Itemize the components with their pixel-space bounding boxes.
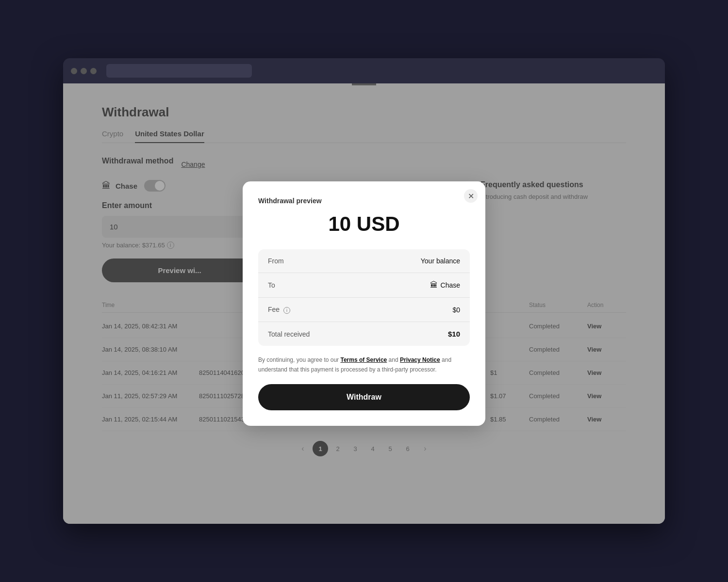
browser-toolbar xyxy=(63,58,665,83)
to-label: To xyxy=(268,281,275,289)
from-label: From xyxy=(268,257,284,265)
modal-details: From Your balance To 🏛 Chase Fee i xyxy=(258,249,470,346)
from-value: Your balance xyxy=(421,257,460,265)
withdraw-button[interactable]: Withdraw xyxy=(258,384,470,410)
browser-dot-green xyxy=(90,68,97,74)
privacy-notice-link[interactable]: Privacy Notice xyxy=(400,356,440,363)
detail-row-from: From Your balance xyxy=(258,249,470,273)
modal-close-button[interactable]: ✕ xyxy=(464,189,478,203)
modal-terms: By continuing, you agree to our Terms of… xyxy=(258,356,470,374)
modal-title: Withdrawal preview xyxy=(258,197,470,205)
modal-amount: 10 USD xyxy=(258,212,470,236)
fee-value: $0 xyxy=(452,306,460,314)
browser-address-bar[interactable] xyxy=(106,64,252,78)
browser-dots xyxy=(71,68,97,74)
to-bank-icon: 🏛 xyxy=(430,281,438,290)
to-value: 🏛 Chase xyxy=(430,281,460,290)
browser-dot-red xyxy=(71,68,77,74)
modal-overlay: Withdrawal preview ✕ 10 USD From Your ba… xyxy=(63,83,665,524)
page-content: Withdrawal Crypto United States Dollar W… xyxy=(63,83,665,524)
withdrawal-preview-modal: Withdrawal preview ✕ 10 USD From Your ba… xyxy=(243,181,485,425)
fee-label: Fee i xyxy=(268,306,290,314)
total-value: $10 xyxy=(448,330,460,338)
terms-of-service-link[interactable]: Terms of Service xyxy=(340,356,387,363)
detail-row-to: To 🏛 Chase xyxy=(258,273,470,298)
browser-dot-yellow xyxy=(81,68,87,74)
detail-row-fee: Fee i $0 xyxy=(258,298,470,322)
fee-info-icon: i xyxy=(283,307,290,314)
detail-row-total: Total received $10 xyxy=(258,322,470,346)
browser-window: Withdrawal Crypto United States Dollar W… xyxy=(63,58,665,524)
total-label: Total received xyxy=(268,330,310,338)
